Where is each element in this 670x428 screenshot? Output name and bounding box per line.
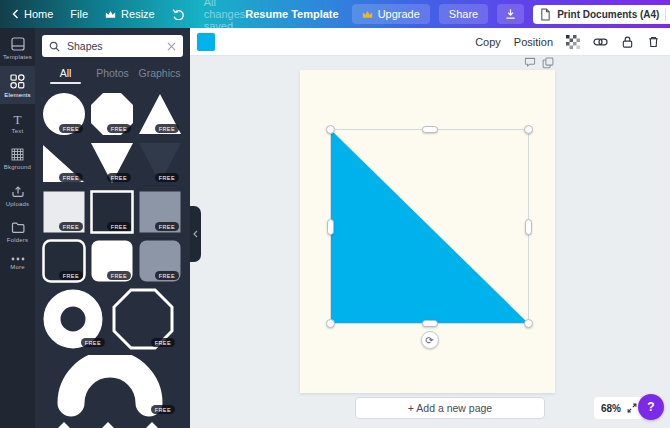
free-badge: FREE xyxy=(155,173,179,182)
elements-icon xyxy=(10,74,25,89)
copy-button[interactable]: Copy xyxy=(475,36,501,48)
editor-main: Copy Position xyxy=(190,28,670,428)
download-icon xyxy=(504,8,517,20)
rotate-handle[interactable]: ⟳ xyxy=(421,331,439,349)
file-label: File xyxy=(70,8,88,20)
sidebar-item-uploads[interactable]: Uploads xyxy=(0,176,35,213)
free-badge: FREE xyxy=(81,338,105,347)
free-badge: FREE xyxy=(151,405,175,414)
sidebar-item-text[interactable]: T Text xyxy=(0,104,35,140)
position-button[interactable]: Position xyxy=(514,36,553,48)
sidebar-rail: Templates Elements T Text Bkground Uploa… xyxy=(0,28,35,428)
free-badge: FREE xyxy=(107,173,131,182)
home-label: Home xyxy=(24,8,53,20)
donut-shape-item[interactable]: FREE xyxy=(42,288,108,350)
triangle-up-shape-item[interactable]: FREE xyxy=(138,92,182,136)
zigzag-shape-item[interactable] xyxy=(42,422,178,428)
expand-icon xyxy=(626,402,638,414)
sidebar-item-elements[interactable]: Elements xyxy=(0,66,35,104)
free-badge: FREE xyxy=(59,173,83,182)
elements-panel: All Photos Graphics FREEFREEFREEFREEFREE… xyxy=(35,28,190,428)
upgrade-button[interactable]: Upgrade xyxy=(352,4,430,24)
resize-handle-bottom-right[interactable] xyxy=(524,319,533,328)
button-divider xyxy=(665,8,666,21)
free-badge: FREE xyxy=(59,222,83,231)
free-badge: FREE xyxy=(107,222,131,231)
octagon-outline-shape-item[interactable]: FREE xyxy=(112,288,178,350)
crown-icon xyxy=(105,10,116,19)
triangle-down-shape-item[interactable]: FREE xyxy=(138,141,182,185)
resize-handle-bottom[interactable] xyxy=(422,320,438,327)
resize-handle-top-left[interactable] xyxy=(326,125,335,134)
square-shape-item[interactable]: FREE xyxy=(42,190,86,234)
free-badge: FREE xyxy=(155,222,179,231)
free-badge: FREE xyxy=(155,271,179,280)
search-input[interactable] xyxy=(65,39,162,53)
arc-shape-item[interactable]: FREE xyxy=(42,355,178,417)
add-page-button[interactable]: + Add a new page xyxy=(355,397,545,419)
sidebar-item-folders[interactable]: Folders xyxy=(0,213,35,249)
rounded-square-shape-item[interactable]: FREE xyxy=(42,239,86,283)
duplicate-page-icon[interactable] xyxy=(542,57,554,69)
link-icon[interactable] xyxy=(593,35,608,49)
triangle-element[interactable] xyxy=(331,130,528,323)
circle-shape-item[interactable]: FREE xyxy=(42,92,86,136)
print-documents-button[interactable]: Print Documents (A4) xyxy=(533,5,670,24)
comment-icon[interactable] xyxy=(524,57,536,68)
rotate-icon: ⟳ xyxy=(425,335,433,346)
resize-label: Resize xyxy=(121,8,155,20)
fill-color-swatch[interactable] xyxy=(197,33,215,51)
top-bar: Home File Resize All changes saved Resum… xyxy=(0,0,670,28)
tab-all[interactable]: All xyxy=(42,67,89,84)
rounded-square-shape-item[interactable]: FREE xyxy=(90,239,134,283)
panel-tabs: All Photos Graphics xyxy=(42,67,183,84)
clear-search-icon[interactable] xyxy=(167,42,176,51)
triangle-down-shape-item[interactable]: FREE xyxy=(90,141,134,185)
sidebar-item-background[interactable]: Bkground xyxy=(0,140,35,176)
selection-toolbar: Copy Position xyxy=(190,28,670,56)
svg-text:T: T xyxy=(14,112,22,125)
crown-icon xyxy=(362,10,373,19)
folder-icon xyxy=(11,221,25,234)
selection-box: ⟳ xyxy=(330,129,529,324)
free-badge: FREE xyxy=(155,124,179,133)
tab-photos[interactable]: Photos xyxy=(89,67,136,84)
share-button[interactable]: Share xyxy=(439,4,488,24)
resize-handle-bottom-left[interactable] xyxy=(326,319,335,328)
search-icon xyxy=(49,41,60,52)
design-page[interactable]: ⟳ xyxy=(300,70,555,393)
sidebar-item-templates[interactable]: Templates xyxy=(0,29,35,66)
panel-collapse-tab[interactable] xyxy=(190,206,201,262)
file-menu[interactable]: File xyxy=(70,8,88,20)
square-shape-item[interactable]: FREE xyxy=(90,190,134,234)
octagon-shape-item[interactable]: FREE xyxy=(90,92,134,136)
download-button[interactable] xyxy=(497,4,524,24)
home-button[interactable]: Home xyxy=(12,8,53,20)
resize-handle-right[interactable] xyxy=(525,219,532,235)
resize-button[interactable]: Resize xyxy=(105,8,155,20)
square-shape-item[interactable]: FREE xyxy=(138,190,182,234)
text-icon: T xyxy=(11,112,24,125)
tab-graphics[interactable]: Graphics xyxy=(136,67,183,84)
triangle-right-shape-item[interactable]: FREE xyxy=(42,141,86,185)
resize-handle-left[interactable] xyxy=(327,219,334,235)
sidebar-item-more[interactable]: More xyxy=(0,249,35,276)
background-pattern-icon xyxy=(11,148,24,161)
canvas-area[interactable]: ⟳ + Add a new page 68% ? xyxy=(190,56,670,428)
lock-icon[interactable] xyxy=(621,35,634,49)
resize-handle-top[interactable] xyxy=(422,126,438,133)
free-badge: FREE xyxy=(59,124,83,133)
free-badge: FREE xyxy=(151,338,175,347)
trash-icon[interactable] xyxy=(647,35,660,49)
free-badge: FREE xyxy=(107,271,131,280)
undo-icon xyxy=(172,8,185,20)
undo-button[interactable] xyxy=(172,8,185,20)
transparency-icon[interactable] xyxy=(566,35,580,49)
free-badge: FREE xyxy=(107,124,131,133)
document-icon xyxy=(540,8,551,21)
document-title[interactable]: Resume Template xyxy=(245,8,338,20)
resize-handle-top-right[interactable] xyxy=(524,125,533,134)
help-button[interactable]: ? xyxy=(638,394,664,420)
help-label: ? xyxy=(647,400,654,414)
rounded-square-shape-item[interactable]: FREE xyxy=(138,239,182,283)
